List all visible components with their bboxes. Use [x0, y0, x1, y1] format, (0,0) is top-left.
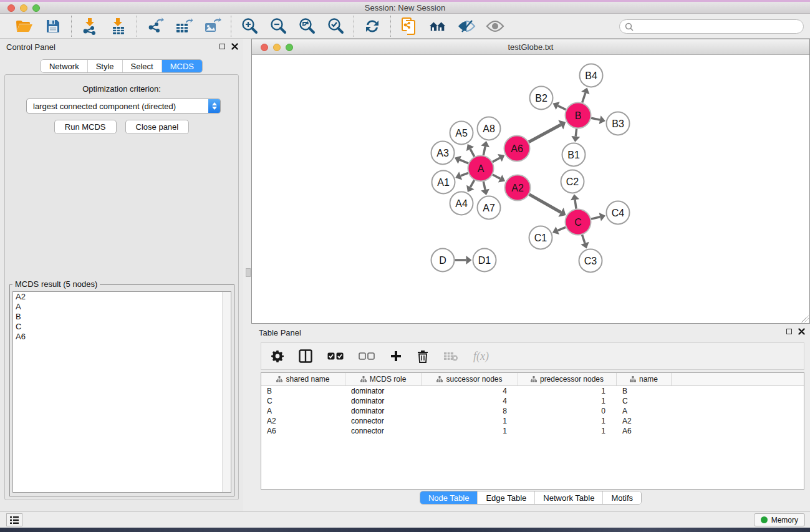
first-neighbors-icon[interactable] — [428, 17, 447, 36]
export-table-icon[interactable] — [175, 17, 193, 36]
table-panel-title: Table Panel — [259, 328, 301, 337]
graph-node-label: A5 — [455, 128, 468, 138]
tab-network-table[interactable]: Network Table — [534, 491, 602, 504]
search-input[interactable] — [619, 19, 804, 34]
zoom-selected-icon[interactable] — [326, 17, 345, 36]
graph-edge[interactable] — [529, 195, 561, 213]
graph-edge[interactable] — [470, 149, 475, 157]
mcds-result-item[interactable]: B — [13, 312, 231, 322]
task-history-button[interactable] — [6, 513, 22, 526]
tab-network[interactable]: Network — [41, 60, 87, 72]
delete-column-icon[interactable] — [417, 350, 428, 363]
column-header-predecessor-nodes[interactable]: predecessor nodes — [518, 373, 617, 385]
tab-style[interactable]: Style — [87, 60, 122, 72]
select-all-icon[interactable] — [327, 352, 344, 360]
graph-edge[interactable] — [582, 235, 585, 243]
graph-edge[interactable] — [582, 93, 586, 103]
tab-motifs[interactable]: Motifs — [602, 491, 641, 504]
column-header-MCDS-role[interactable]: MCDS role — [345, 373, 422, 385]
column-header-successor-nodes[interactable]: successor nodes — [422, 373, 518, 385]
export-image-icon[interactable] — [203, 17, 222, 36]
preview-eye-icon[interactable] — [486, 17, 504, 36]
mcds-result-list[interactable]: A2ABCA6 — [12, 291, 231, 493]
table-row[interactable]: A6connector11A6 — [261, 426, 804, 436]
graph-edge[interactable] — [558, 106, 566, 110]
result-scrollbar[interactable] — [222, 292, 231, 492]
desktop-wallpaper-strip — [0, 528, 810, 532]
close-panel-button[interactable]: Close panel — [125, 120, 190, 134]
search-text-field[interactable] — [637, 22, 803, 31]
node-table[interactable]: shared nameMCDS rolesuccessor nodesprede… — [261, 372, 804, 490]
graph-edge[interactable] — [483, 181, 485, 190]
hierarchy-icon — [630, 376, 636, 382]
show-hide-icon[interactable] — [457, 17, 476, 36]
mcds-result-item[interactable]: A2 — [13, 292, 231, 302]
mcds-result-item[interactable]: C — [13, 322, 231, 332]
graph-edge[interactable] — [576, 128, 576, 136]
import-network-icon[interactable] — [80, 17, 99, 36]
graph-edge[interactable] — [470, 180, 474, 187]
graph-edge[interactable] — [529, 125, 561, 142]
column-header-shared-name[interactable]: shared name — [261, 373, 345, 385]
run-mcds-button[interactable]: Run MCDS — [54, 120, 117, 134]
clone-network-icon[interactable] — [400, 17, 418, 36]
tab-node-table[interactable]: Node Table — [420, 491, 478, 504]
graph-edge-arrowhead — [481, 141, 489, 147]
graph-edge[interactable] — [493, 175, 500, 178]
column-layout-icon[interactable] — [299, 349, 312, 363]
graph-node-label: A7 — [483, 203, 495, 213]
vertical-splitter-handle[interactable] — [246, 268, 251, 277]
graph-edge[interactable] — [493, 158, 500, 162]
graph-edge[interactable] — [591, 118, 600, 120]
graph-edge[interactable] — [575, 200, 576, 208]
add-column-icon[interactable] — [390, 350, 402, 362]
criterion-selected-value: largest connected component (directed) — [27, 102, 208, 111]
column-header-name[interactable]: name — [617, 373, 672, 385]
float-panel-icon[interactable] — [219, 44, 225, 49]
network-canvas[interactable]: B4B2BB3A8A5A6A3B1AA1C2A2A4A7C4CC1C3DD1 — [252, 55, 809, 323]
control-panel-title: Control Panel — [6, 42, 55, 52]
graph-edge[interactable] — [591, 217, 600, 219]
tab-select[interactable]: Select — [122, 60, 162, 72]
save-session-icon[interactable] — [44, 17, 62, 36]
zoom-in-icon[interactable] — [240, 17, 259, 36]
import-table-icon[interactable] — [109, 17, 128, 36]
network-window-titlebar[interactable]: testGlobe.txt — [252, 39, 809, 55]
memory-button[interactable]: Memory — [754, 513, 805, 526]
graph-edge[interactable] — [483, 147, 485, 155]
table-close-panel-icon[interactable] — [798, 328, 805, 335]
graph-edge[interactable] — [557, 227, 566, 230]
export-network-icon[interactable] — [146, 17, 165, 36]
session-title: Session: New Session — [0, 3, 810, 12]
tab-edge-table[interactable]: Edge Table — [477, 491, 534, 504]
table-row[interactable]: A2connector11A2 — [261, 416, 804, 426]
zoom-fit-icon[interactable] — [297, 17, 316, 36]
table-row[interactable]: Cdominator41C — [261, 396, 804, 406]
table-toolbar: f(x) — [261, 342, 804, 370]
table-cell: A6 — [617, 427, 672, 435]
table-row[interactable]: Adominator80A — [261, 406, 804, 416]
criterion-dropdown[interactable]: largest connected component (directed) — [26, 99, 221, 114]
zoom-out-icon[interactable] — [269, 17, 287, 36]
close-panel-icon[interactable] — [231, 43, 238, 50]
deselect-all-icon[interactable] — [359, 352, 375, 360]
open-session-icon[interactable] — [15, 17, 34, 36]
desktop-edge — [0, 0, 810, 2]
table-row[interactable]: Bdominator41B — [261, 386, 804, 396]
tab-mcds[interactable]: MCDS — [162, 60, 202, 72]
graph-edge-arrowhead — [481, 189, 489, 195]
table-float-panel-icon[interactable] — [786, 329, 792, 334]
window-resize-handle[interactable] — [801, 315, 809, 322]
settings-gear-icon[interactable] — [271, 350, 284, 362]
graph-edge[interactable] — [461, 173, 468, 175]
control-panel: Control Panel Network Style Select MCDS … — [0, 39, 243, 511]
refresh-layout-icon[interactable] — [363, 17, 382, 36]
graph-node-label: C1 — [534, 233, 547, 243]
graph-edge[interactable] — [460, 160, 468, 163]
table-cell: B — [261, 387, 345, 395]
table-cell: 1 — [518, 417, 617, 425]
mcds-result-item[interactable]: A6 — [13, 332, 231, 342]
optimization-criterion-label: Optimization criterion: — [5, 84, 238, 94]
mcds-result-item[interactable]: A — [13, 302, 231, 312]
table-cell: A2 — [617, 417, 672, 425]
